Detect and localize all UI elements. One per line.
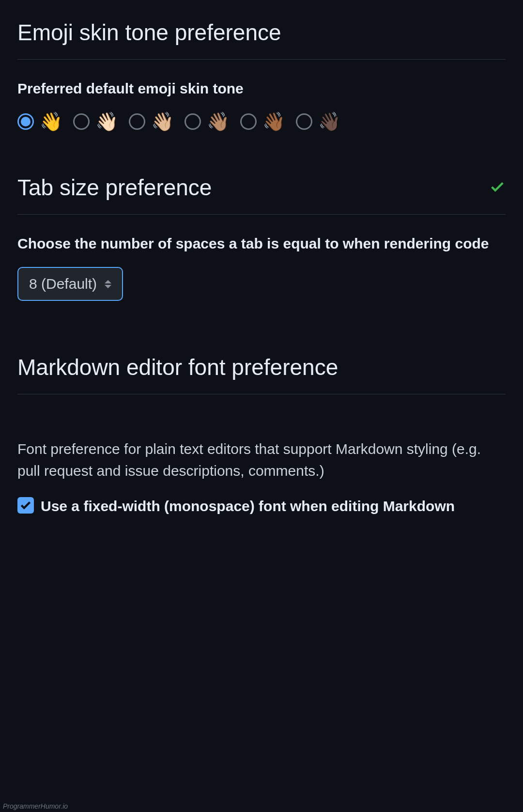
tab-heading-text: Tab size preference: [17, 174, 212, 201]
monospace-checkbox-label: Use a fixed-width (monospace) font when …: [41, 495, 455, 517]
skin-tone-radio-0[interactable]: [17, 113, 34, 130]
wave-emoji-icon: 👋🏽: [207, 112, 230, 131]
emoji-subheading: Preferred default emoji skin tone: [17, 79, 506, 99]
monospace-checkbox[interactable]: [17, 497, 34, 514]
tab-size-select[interactable]: 8 (Default): [17, 267, 123, 301]
select-caret-icon: [105, 280, 111, 288]
wave-emoji-icon: 👋🏻: [95, 112, 118, 131]
markdown-body-text: Font preference for plain text editors t…: [17, 438, 506, 482]
wave-emoji-icon: 👋🏼: [151, 112, 174, 131]
tab-size-select-value: 8 (Default): [29, 276, 97, 292]
emoji-heading-text: Emoji skin tone preference: [17, 19, 281, 46]
skin-tone-option-0[interactable]: 👋: [17, 112, 62, 131]
skin-tone-option-1[interactable]: 👋🏻: [73, 112, 118, 131]
watermark: ProgrammerHumor.io: [3, 802, 68, 810]
skin-tone-option-5[interactable]: 👋🏿: [296, 112, 341, 131]
check-icon: [489, 174, 506, 201]
skin-tone-radio-1[interactable]: [73, 113, 90, 130]
emoji-skin-tone-heading: Emoji skin tone preference: [17, 19, 506, 60]
skin-tone-radio-5[interactable]: [296, 113, 312, 130]
markdown-font-heading: Markdown editor font preference: [17, 354, 506, 394]
skin-tone-radio-3[interactable]: [185, 113, 201, 130]
skin-tone-options-row: 👋👋🏻👋🏼👋🏽👋🏾👋🏿: [17, 112, 506, 131]
wave-emoji-icon: 👋🏾: [262, 112, 285, 131]
skin-tone-option-2[interactable]: 👋🏼: [129, 112, 174, 131]
skin-tone-radio-4[interactable]: [240, 113, 257, 130]
tab-size-heading: Tab size preference: [17, 174, 506, 215]
skin-tone-radio-2[interactable]: [129, 113, 145, 130]
wave-emoji-icon: 👋: [40, 112, 62, 131]
skin-tone-option-3[interactable]: 👋🏽: [185, 112, 230, 131]
wave-emoji-icon: 👋🏿: [318, 112, 341, 131]
markdown-heading-text: Markdown editor font preference: [17, 354, 338, 380]
monospace-checkbox-row[interactable]: Use a fixed-width (monospace) font when …: [17, 495, 506, 517]
tab-subheading: Choose the number of spaces a tab is equ…: [17, 234, 506, 254]
skin-tone-option-4[interactable]: 👋🏾: [240, 112, 285, 131]
